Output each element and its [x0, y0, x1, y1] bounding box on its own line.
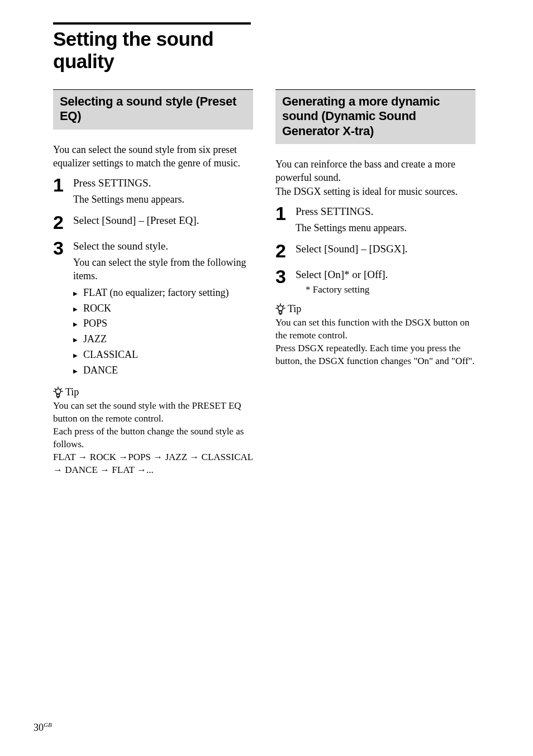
step-sub-text: The Settings menu appears.: [296, 221, 475, 235]
step-main-text: Press SETTINGS.: [73, 176, 253, 190]
tip-icon: [53, 386, 63, 399]
step-main-text: Press SETTINGS.: [296, 205, 475, 219]
step-main-text: Select [On]* or [Off].: [296, 268, 475, 282]
arrow-icon: →: [137, 464, 146, 477]
section-header-preset-eq: Selecting a sound style (Preset EQ): [53, 89, 253, 130]
arrow-icon: →: [78, 451, 88, 464]
bullet-item: POPS: [73, 316, 253, 332]
footnote: * Factory setting: [296, 284, 475, 295]
bullet-item: JAZZ: [73, 332, 253, 347]
bullet-item: ROCK: [73, 301, 253, 317]
bullet-item: CLASSICAL: [73, 347, 253, 363]
seq-item: ROCK: [90, 452, 116, 462]
bullet-item: DANCE: [73, 363, 253, 379]
bullet-item: FLAT (no equalizer; factory setting): [73, 285, 253, 301]
tip-body: You can set this function with the DSGX …: [275, 317, 475, 342]
intro-text: The DSGX setting is ideal for music sour…: [275, 185, 475, 198]
tip-section: Tip You can set the sound style with the…: [53, 386, 253, 477]
step-3: 3 Select the sound style. You can select…: [53, 240, 253, 379]
tip-sequence: FLAT → ROCK →POPS → JAZZ → CLASSICAL → D…: [53, 451, 253, 477]
page-lang: GB: [44, 721, 52, 728]
svg-point-0: [56, 389, 61, 394]
seq-item: DANCE: [65, 465, 98, 475]
tip-section: Tip You can set this function with the D…: [275, 303, 475, 368]
step-number: 2: [275, 241, 296, 260]
seq-item: CLASSICAL: [202, 452, 253, 462]
step-main-text: Select the sound style.: [73, 240, 253, 253]
tip-body: Each press of the button change the soun…: [53, 425, 253, 451]
intro-text: You can reinforce the bass and create a …: [275, 157, 475, 185]
seq-item: JAZZ: [165, 452, 187, 462]
right-column: Generating a more dynamic sound (Dynamic…: [275, 89, 475, 477]
arrow-icon: →: [189, 451, 199, 464]
arrow-icon: →: [118, 451, 128, 464]
arrow-icon: →: [53, 464, 63, 477]
step-1: 1 Press SETTINGS. The Settings menu appe…: [53, 176, 253, 206]
step-2: 2 Select [Sound] – [DSGX].: [275, 242, 475, 260]
arrow-icon: →: [153, 451, 163, 464]
step-number: 2: [53, 213, 73, 232]
step-number: 3: [53, 238, 73, 257]
sound-style-list: FLAT (no equalizer; factory setting) ROC…: [73, 285, 253, 379]
step-3: 3 Select [On]* or [Off]. * Factory setti…: [275, 268, 475, 295]
seq-item: FLAT: [112, 465, 134, 475]
step-sub-text: The Settings menu appears.: [73, 193, 253, 206]
svg-rect-3: [279, 311, 282, 313]
page-number-value: 30: [34, 722, 44, 733]
svg-point-2: [278, 305, 283, 310]
step-main-text: Select [Sound] – [DSGX].: [296, 242, 475, 256]
step-1: 1 Press SETTINGS. The Settings menu appe…: [275, 205, 475, 235]
step-main-text: Select [Sound] – [Preset EQ].: [73, 214, 253, 228]
arrow-icon: →: [100, 464, 110, 477]
left-column: Selecting a sound style (Preset EQ) You …: [53, 89, 253, 477]
tip-label: Tip: [65, 386, 79, 398]
step-2: 2 Select [Sound] – [Preset EQ].: [53, 214, 253, 232]
svg-rect-1: [57, 394, 60, 396]
page-number: 30GB: [34, 721, 52, 734]
section-header-dsgx: Generating a more dynamic sound (Dynamic…: [275, 89, 475, 144]
step-number: 1: [53, 175, 73, 194]
tip-icon: [275, 303, 285, 315]
step-sub-text: You can select the style from the follow…: [73, 256, 253, 283]
seq-item: ...: [146, 465, 154, 475]
page-title: Setting the sound quality: [53, 22, 251, 73]
tip-body: You can set the sound style with the PRE…: [53, 400, 253, 425]
step-number: 1: [275, 204, 296, 223]
tip-body: Press DSGX repeatedly. Each time you pre…: [275, 342, 475, 368]
seq-item: FLAT: [53, 452, 75, 462]
tip-label: Tip: [288, 303, 301, 315]
seq-item: POPS: [128, 452, 151, 462]
intro-text: You can select the sound style from six …: [53, 143, 253, 170]
step-number: 3: [275, 267, 296, 286]
